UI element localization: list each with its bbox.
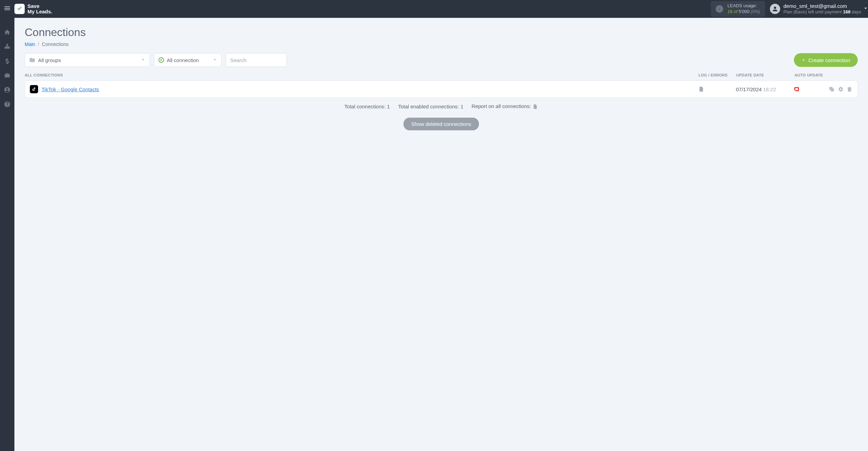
col-name: ALL CONNECTIONS: [25, 73, 699, 77]
sidebar-item-connections[interactable]: [3, 43, 11, 51]
menu-toggle-icon[interactable]: [3, 4, 11, 13]
copy-icon[interactable]: [829, 86, 835, 92]
footer-stats: Total connections: 1 Total enabled conne…: [25, 103, 858, 109]
logo-mark-icon: [14, 4, 25, 14]
search-input[interactable]: [230, 57, 282, 63]
main-content: Connections Main / Connections All group…: [14, 18, 868, 451]
search-box[interactable]: [226, 53, 287, 67]
document-icon[interactable]: [698, 86, 704, 92]
chevron-down-icon[interactable]: [863, 5, 868, 13]
user-meta: demo_sml_test@gmail.com Plan |Basic| lef…: [784, 3, 861, 15]
highlight-box: [794, 87, 799, 91]
sidebar-item-billing[interactable]: [3, 57, 11, 65]
shell: Connections Main / Connections All group…: [0, 18, 868, 451]
filter-status-label: All connection: [167, 57, 199, 63]
chevron-down-icon: [141, 57, 145, 63]
svg-rect-2: [7, 48, 8, 49]
chevron-down-icon: [212, 57, 217, 63]
enabled-connections: Total enabled connections: 1: [398, 104, 463, 109]
sidebar-item-home[interactable]: [3, 28, 11, 36]
topbar: Save My Leads. LEADS usage: 16 of 5'000 …: [0, 0, 868, 18]
info-icon: [716, 5, 723, 13]
table-row: TikTok - Google Contacts 07/17/2024 16:2…: [25, 81, 858, 98]
user-menu[interactable]: demo_sml_test@gmail.com Plan |Basic| lef…: [770, 3, 861, 15]
svg-rect-4: [831, 88, 834, 91]
col-auto: AUTO UPDATE: [795, 73, 853, 77]
create-connection-label: Create connection: [808, 57, 850, 63]
filter-groups-label: All groups: [38, 57, 61, 63]
trash-icon[interactable]: [846, 86, 853, 92]
filter-groups-select[interactable]: All groups: [25, 53, 150, 67]
avatar-icon: [770, 4, 780, 14]
report-all: Report on all connections:: [472, 103, 538, 109]
create-connection-button[interactable]: Create connection: [794, 53, 858, 67]
topbar-right: LEADS usage: 16 of 5'000 (0%) demo_sml_t…: [711, 0, 868, 18]
svg-rect-3: [9, 48, 10, 49]
sidebar-item-briefcase[interactable]: [3, 71, 11, 80]
sidebar: [0, 18, 14, 451]
col-log: LOG / ERRORS: [699, 73, 736, 77]
leads-usage-widget[interactable]: LEADS usage: 16 of 5'000 (0%): [711, 1, 765, 17]
table-header: ALL CONNECTIONS LOG / ERRORS UPDATE DATE…: [25, 71, 858, 81]
tiktok-icon: [30, 85, 38, 93]
sidebar-item-account[interactable]: [3, 86, 11, 94]
total-connections: Total connections: 1: [344, 104, 390, 109]
page-title: Connections: [25, 26, 858, 39]
breadcrumb: Main / Connections: [25, 41, 858, 47]
play-icon: [159, 57, 164, 63]
breadcrumb-current: Connections: [42, 41, 69, 47]
logo[interactable]: Save My Leads.: [14, 3, 52, 14]
filter-status-select[interactable]: All connection: [154, 53, 222, 67]
row-actions: [815, 86, 853, 92]
breadcrumb-main[interactable]: Main: [25, 41, 35, 47]
svg-rect-1: [5, 48, 6, 49]
topbar-left: Save My Leads.: [0, 3, 52, 14]
gear-icon[interactable]: [837, 86, 844, 92]
show-deleted-button[interactable]: Show deleted connections: [403, 118, 479, 130]
breadcrumb-sep: /: [38, 41, 39, 47]
document-icon[interactable]: [532, 103, 538, 109]
col-update: UPDATE DATE: [736, 73, 795, 77]
sidebar-item-help[interactable]: [3, 100, 11, 108]
cell-update: 07/17/2024 16:22: [736, 86, 794, 92]
user-plan: Plan |Basic| left until payment 168 days: [784, 9, 861, 15]
logo-text: Save My Leads.: [27, 3, 52, 14]
connection-link[interactable]: TikTok - Google Contacts: [42, 86, 99, 92]
folder-icon: [29, 57, 35, 63]
cell-auto: [794, 87, 815, 91]
plus-icon: [801, 58, 806, 62]
filter-bar: All groups All connection Create connect…: [25, 53, 858, 67]
user-email: demo_sml_test@gmail.com: [784, 3, 861, 10]
cell-name: TikTok - Google Contacts: [30, 85, 698, 93]
leads-usage-text: LEADS usage: 16 of 5'000 (0%): [727, 3, 760, 15]
svg-rect-0: [7, 44, 8, 45]
cell-log: [698, 86, 736, 92]
